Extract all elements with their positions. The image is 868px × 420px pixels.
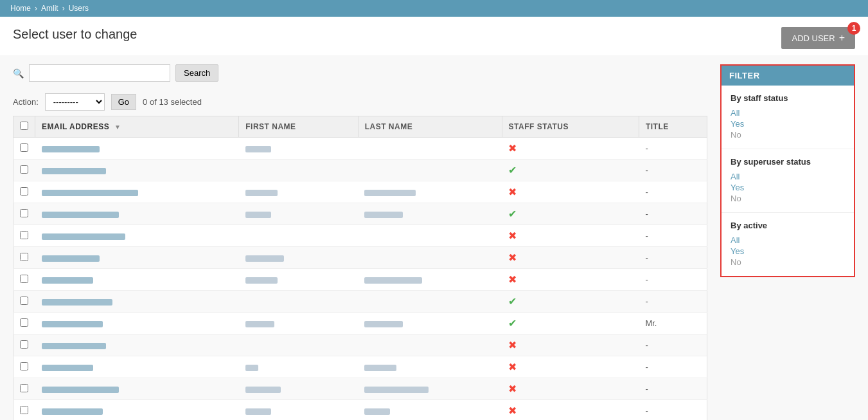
cell-email[interactable] bbox=[35, 313, 239, 334]
row-checkbox-7[interactable] bbox=[20, 297, 28, 305]
row-checkbox-8[interactable] bbox=[20, 318, 28, 327]
cell-staff-status: ✔ bbox=[502, 160, 639, 181]
row-checkbox-6[interactable] bbox=[20, 275, 28, 283]
table-header-row: EMAIL ADDRESS ▼ FIRST NAME LAST NAME STA… bbox=[13, 116, 707, 138]
cell-email[interactable] bbox=[35, 225, 239, 247]
filter-title-superuser: By superuser status bbox=[731, 157, 845, 167]
cell-first-name bbox=[239, 247, 358, 269]
cell-first-name bbox=[239, 400, 358, 421]
cell-title: - bbox=[639, 334, 707, 356]
filter-superuser-all[interactable]: All bbox=[731, 172, 845, 181]
table-body: ✖-✔-✖-✔-✖-✖-✖-✔-✔Mr.✖-✖-✖-✖- bbox=[13, 138, 707, 421]
cell-first-name bbox=[239, 291, 358, 313]
col-last-name: LAST NAME bbox=[358, 116, 502, 138]
row-checkbox-10[interactable] bbox=[20, 362, 28, 370]
table-row: ✔Mr. bbox=[13, 313, 707, 334]
select-all-header[interactable] bbox=[13, 116, 35, 138]
cell-email[interactable] bbox=[35, 334, 239, 356]
row-checkbox-9[interactable] bbox=[20, 340, 28, 349]
breadcrumb-home[interactable]: Home bbox=[10, 4, 31, 13]
search-icon: 🔍 bbox=[13, 68, 24, 78]
row-checkbox-2[interactable] bbox=[20, 187, 28, 196]
filter-active-yes[interactable]: Yes bbox=[731, 246, 845, 256]
filter-staff-no[interactable]: No bbox=[731, 130, 845, 140]
cell-last-name bbox=[358, 225, 502, 247]
table-row: ✖- bbox=[13, 247, 707, 269]
status-no-icon: ✖ bbox=[508, 230, 517, 241]
plus-icon: + bbox=[839, 32, 845, 44]
table-row: ✔- bbox=[13, 291, 707, 313]
cell-staff-status: ✔ bbox=[502, 291, 639, 313]
action-select[interactable]: --------- bbox=[45, 93, 105, 111]
add-user-button[interactable]: ADD USER + bbox=[781, 27, 855, 49]
cell-staff-status: ✔ bbox=[502, 203, 639, 225]
cell-email[interactable] bbox=[35, 400, 239, 421]
content-area: 🔍 Search Action: --------- Go 0 of 13 se… bbox=[13, 55, 707, 420]
table-row: ✖- bbox=[13, 181, 707, 203]
cell-staff-status: ✖ bbox=[502, 334, 639, 356]
cell-email[interactable] bbox=[35, 291, 239, 313]
cell-email[interactable] bbox=[35, 356, 239, 378]
breadcrumb-tenant[interactable]: Amlit bbox=[41, 4, 58, 13]
cell-last-name bbox=[358, 356, 502, 378]
cell-title: - bbox=[639, 378, 707, 400]
cell-title: - bbox=[639, 291, 707, 313]
filter-section-active: By active All Yes No bbox=[722, 213, 854, 276]
cell-email[interactable] bbox=[35, 378, 239, 400]
cell-staff-status: ✖ bbox=[502, 378, 639, 400]
page-header: Select user to change ADD USER + 1 bbox=[0, 17, 868, 55]
filter-box: FILTER By staff status All Yes No By sup… bbox=[720, 64, 855, 277]
filter-active-all[interactable]: All bbox=[731, 235, 845, 245]
cell-first-name bbox=[239, 181, 358, 203]
cell-title: - bbox=[639, 400, 707, 421]
user-table: EMAIL ADDRESS ▼ FIRST NAME LAST NAME STA… bbox=[13, 116, 707, 420]
cell-last-name bbox=[358, 291, 502, 313]
cell-staff-status: ✖ bbox=[502, 400, 639, 421]
go-button[interactable]: Go bbox=[111, 94, 136, 110]
table-row: ✖- bbox=[13, 356, 707, 378]
breadcrumb-section: Users bbox=[69, 4, 89, 13]
cell-last-name bbox=[358, 378, 502, 400]
filter-active-no[interactable]: No bbox=[731, 257, 845, 267]
filter-superuser-yes[interactable]: Yes bbox=[731, 183, 845, 192]
filter-sidebar: FILTER By staff status All Yes No By sup… bbox=[720, 64, 855, 420]
table-row: ✖- bbox=[13, 378, 707, 400]
cell-email[interactable] bbox=[35, 269, 239, 291]
cell-last-name bbox=[358, 334, 502, 356]
cell-email[interactable] bbox=[35, 203, 239, 225]
row-checkbox-1[interactable] bbox=[20, 165, 28, 174]
table-row: ✖- bbox=[13, 269, 707, 291]
row-checkbox-3[interactable] bbox=[20, 209, 28, 217]
cell-title: - bbox=[639, 138, 707, 160]
cell-email[interactable] bbox=[35, 160, 239, 181]
filter-staff-yes[interactable]: Yes bbox=[731, 119, 845, 129]
row-checkbox-11[interactable] bbox=[20, 384, 28, 392]
cell-first-name bbox=[239, 203, 358, 225]
row-checkbox-12[interactable] bbox=[20, 406, 28, 414]
filter-staff-all[interactable]: All bbox=[731, 108, 845, 118]
table-row: ✖- bbox=[13, 334, 707, 356]
selected-count: 0 of 13 selected bbox=[143, 97, 202, 107]
cell-email[interactable] bbox=[35, 138, 239, 160]
row-checkbox-5[interactable] bbox=[20, 253, 28, 261]
cell-email[interactable] bbox=[35, 247, 239, 269]
row-checkbox-4[interactable] bbox=[20, 231, 28, 239]
cell-last-name bbox=[358, 247, 502, 269]
status-no-icon: ✖ bbox=[508, 274, 517, 285]
cell-email[interactable] bbox=[35, 181, 239, 203]
cell-first-name bbox=[239, 225, 358, 247]
select-all-checkbox[interactable] bbox=[20, 122, 28, 130]
status-no-icon: ✖ bbox=[508, 252, 517, 263]
row-checkbox-0[interactable] bbox=[20, 143, 28, 152]
col-title: TITLE bbox=[639, 116, 707, 138]
search-input[interactable] bbox=[29, 64, 170, 82]
search-button[interactable]: Search bbox=[175, 64, 218, 82]
col-staff-status: STAFF STATUS bbox=[502, 116, 639, 138]
cell-first-name bbox=[239, 160, 358, 181]
col-email[interactable]: EMAIL ADDRESS ▼ bbox=[35, 116, 239, 138]
cell-last-name bbox=[358, 138, 502, 160]
filter-superuser-no[interactable]: No bbox=[731, 194, 845, 203]
cell-last-name bbox=[358, 160, 502, 181]
main-layout: 🔍 Search Action: --------- Go 0 of 13 se… bbox=[0, 55, 868, 420]
cell-first-name bbox=[239, 138, 358, 160]
